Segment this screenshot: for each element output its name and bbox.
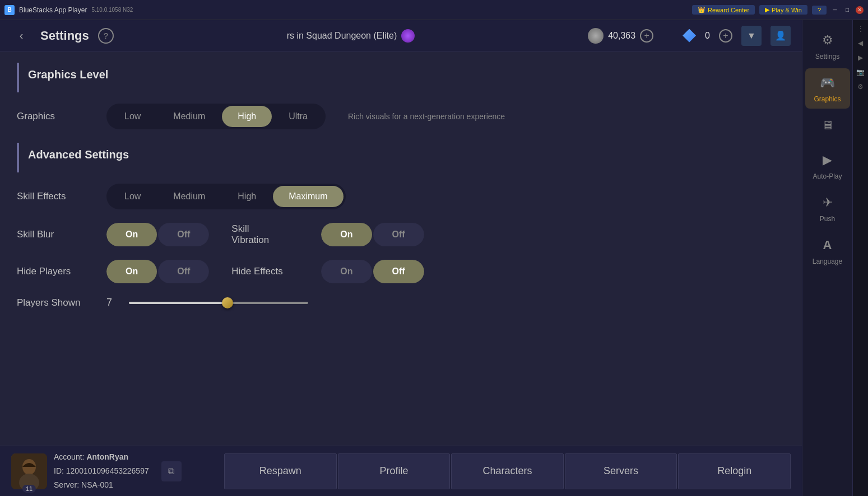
dungeon-icon bbox=[401, 29, 415, 43]
profile-button[interactable]: Profile bbox=[338, 453, 451, 489]
hide-effects-label: Hide Effects bbox=[231, 266, 310, 277]
hide-effects-pair: Hide Effects On Off bbox=[231, 260, 424, 283]
skill-effects-maximum-btn[interactable]: Maximum bbox=[273, 186, 343, 207]
advanced-settings-header: Advanced Settings bbox=[17, 143, 785, 172]
graphics-level-header: Graphics Level bbox=[17, 63, 785, 92]
bottom-bar: 11 Account: AntonRyan ID: 12001010964532… bbox=[0, 446, 802, 496]
players-shown-label: Players Shown bbox=[17, 297, 95, 308]
account-name: AntonRyan bbox=[86, 452, 128, 461]
back-button[interactable]: ‹ bbox=[11, 26, 31, 46]
skill-blur-vibration-row: Skill Blur On Off Skill Vibration On Off bbox=[17, 223, 785, 246]
skill-blur-toggle: On Off bbox=[106, 223, 209, 246]
app-logo: B bbox=[4, 5, 15, 15]
graphics-btn-group: Low Medium High Ultra bbox=[106, 104, 326, 129]
id-value: 1200101096453226597 bbox=[66, 466, 149, 475]
graphics-medium-btn[interactable]: Medium bbox=[157, 106, 221, 127]
far-right-btn-4[interactable]: 📷 bbox=[855, 66, 867, 78]
content-area: ‹ Settings ? rs in Squad Dungeon (Elite)… bbox=[0, 20, 802, 496]
avatar-level: 11 bbox=[22, 485, 36, 493]
graphics-setting-row: Graphics Low Medium High Ultra Rich visu… bbox=[17, 104, 785, 129]
sidebar-language-label: Language bbox=[813, 258, 842, 265]
currency-icon bbox=[588, 28, 604, 44]
currency-area: 40,363 + bbox=[588, 28, 653, 44]
server-label: Server: bbox=[54, 480, 79, 489]
reward-center-btn[interactable]: 👑 Reward Center bbox=[692, 5, 755, 15]
skill-blur-off-btn[interactable]: Off bbox=[158, 223, 209, 246]
hide-effects-toggle: On Off bbox=[321, 260, 424, 283]
right-sidebar: ⚙ Settings 🎮 Graphics 🖥 ▶ Auto-Play ✈ Pu… bbox=[802, 20, 852, 496]
account-info: 11 Account: AntonRyan ID: 12001010964532… bbox=[11, 450, 224, 493]
sidebar-item-language[interactable]: A Language bbox=[805, 231, 850, 271]
sidebar-item-autoplay[interactable]: ▶ Auto-Play bbox=[805, 146, 850, 186]
sidebar-item-display[interactable]: 🖥 bbox=[805, 111, 850, 143]
slider-fill bbox=[129, 302, 228, 304]
graphics-label: Graphics bbox=[17, 111, 95, 122]
dungeon-label: rs in Squad Dungeon (Elite) bbox=[287, 31, 397, 41]
title-bar: B BlueStacks App Player 5.10.0.1058 N32 … bbox=[0, 0, 868, 20]
app-name: BlueStacks App Player bbox=[19, 6, 87, 14]
currency-value: 40,363 bbox=[608, 31, 635, 41]
avatar-image bbox=[11, 453, 47, 489]
sidebar-item-settings[interactable]: ⚙ Settings bbox=[805, 26, 850, 66]
header-center: rs in Squad Dungeon (Elite) bbox=[123, 29, 579, 43]
restore-btn[interactable]: □ bbox=[843, 6, 851, 14]
characters-button[interactable]: Characters bbox=[451, 453, 564, 489]
hide-players-toggle: On Off bbox=[106, 260, 209, 283]
skill-vibration-off-btn[interactable]: Off bbox=[373, 223, 424, 246]
hide-players-label: Hide Players bbox=[17, 266, 95, 277]
respawn-button[interactable]: Respawn bbox=[224, 453, 337, 489]
far-right-btn-3[interactable]: ▶ bbox=[855, 52, 867, 64]
profile-panel-btn[interactable]: 👤 bbox=[770, 26, 791, 46]
skill-vibration-label: Skill Vibration bbox=[231, 223, 310, 246]
far-right-btn-2[interactable]: ◀ bbox=[855, 37, 867, 49]
avatar-wrap: 11 bbox=[11, 453, 47, 489]
players-shown-slider-area: 7 bbox=[106, 297, 785, 308]
language-icon: A bbox=[819, 236, 837, 254]
skill-effects-medium-btn[interactable]: Medium bbox=[157, 186, 221, 207]
server-value: NSA-001 bbox=[81, 480, 113, 489]
sidebar-item-push[interactable]: ✈ Push bbox=[805, 188, 850, 228]
far-right-btn-5[interactable]: ⚙ bbox=[855, 81, 867, 93]
players-shown-row: Players Shown 7 bbox=[17, 297, 785, 308]
servers-button[interactable]: Servers bbox=[565, 453, 677, 489]
minimize-btn[interactable]: ─ bbox=[831, 6, 839, 14]
graphics-high-btn[interactable]: High bbox=[222, 106, 272, 127]
skill-vibration-on-btn[interactable]: On bbox=[321, 223, 372, 246]
app-version: 5.10.0.1058 N32 bbox=[91, 7, 133, 13]
help-title-btn[interactable]: ? bbox=[812, 6, 827, 15]
top-header: ‹ Settings ? rs in Squad Dungeon (Elite)… bbox=[0, 20, 802, 52]
autoplay-icon: ▶ bbox=[819, 151, 837, 169]
copy-id-btn[interactable]: ⧉ bbox=[161, 461, 182, 481]
skill-effects-high-btn[interactable]: High bbox=[222, 186, 272, 207]
skill-blur-pair: Skill Blur On Off bbox=[17, 223, 209, 246]
graphics-low-btn[interactable]: Low bbox=[109, 106, 156, 127]
skill-effects-low-btn[interactable]: Low bbox=[109, 186, 156, 207]
add-currency-btn[interactable]: + bbox=[640, 29, 653, 43]
sidebar-autoplay-label: Auto-Play bbox=[813, 172, 842, 180]
graphics-description: Rich visuals for a next-generation exper… bbox=[348, 112, 505, 121]
menu-btn[interactable]: ▼ bbox=[741, 26, 762, 46]
account-label: Account: bbox=[54, 452, 84, 461]
hide-effects-on-btn[interactable]: On bbox=[321, 260, 372, 283]
players-shown-value: 7 bbox=[106, 297, 120, 308]
help-button[interactable]: ? bbox=[98, 28, 114, 44]
slider-thumb[interactable] bbox=[222, 297, 233, 308]
graphics-ultra-btn[interactable]: Ultra bbox=[273, 106, 323, 127]
play-win-btn[interactable]: ▶ Play & Win bbox=[759, 5, 807, 15]
far-right-btn-1[interactable]: ⋮ bbox=[855, 22, 867, 35]
hide-players-on-btn[interactable]: On bbox=[106, 260, 157, 283]
relogin-button[interactable]: Relogin bbox=[678, 453, 791, 489]
skill-effects-btn-group: Low Medium High Maximum bbox=[106, 184, 346, 209]
close-btn[interactable]: ✕ bbox=[856, 6, 864, 14]
advanced-settings-section: Advanced Settings Skill Effects Low Medi… bbox=[17, 143, 785, 308]
hide-effects-off-btn[interactable]: Off bbox=[373, 260, 424, 283]
skill-blur-on-btn[interactable]: On bbox=[106, 223, 157, 246]
sidebar-item-graphics[interactable]: 🎮 Graphics bbox=[805, 68, 850, 109]
bottom-actions: Respawn Profile Characters Servers Relog… bbox=[224, 453, 791, 489]
add-diamond-btn[interactable]: + bbox=[719, 29, 732, 43]
sidebar-push-label: Push bbox=[820, 215, 835, 223]
hide-players-off-btn[interactable]: Off bbox=[158, 260, 209, 283]
skill-vibration-pair: Skill Vibration On Off bbox=[231, 223, 424, 246]
slider-track[interactable] bbox=[129, 302, 308, 304]
account-text: Account: AntonRyan ID: 12001010964532265… bbox=[54, 450, 149, 493]
